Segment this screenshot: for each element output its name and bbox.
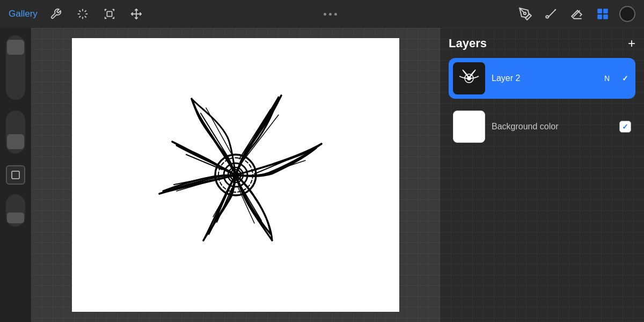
selection-rect-tool[interactable] <box>6 165 25 185</box>
top-toolbar: Gallery <box>0 0 644 28</box>
svg-rect-15 <box>603 14 608 19</box>
svg-rect-12 <box>597 9 602 13</box>
svg-line-20 <box>243 115 279 162</box>
layer-2-mode: N <box>604 74 610 83</box>
svg-rect-13 <box>603 9 608 13</box>
svg-rect-14 <box>597 14 602 19</box>
layer-row[interactable]: Layer 2 N ✓ <box>449 58 635 99</box>
transform-icon[interactable] <box>128 5 145 23</box>
canvas-area <box>31 28 440 322</box>
layers-header: Layers + <box>449 36 635 50</box>
eraser-tool-icon[interactable] <box>568 5 586 23</box>
svg-line-3 <box>85 16 86 18</box>
svg-point-38 <box>467 77 471 80</box>
layer-2-thumbnail <box>453 62 485 94</box>
magic-wand-icon[interactable] <box>74 5 91 23</box>
svg-line-19 <box>239 109 270 159</box>
main-content: Layers + Layer 2 N ✓ <box>0 28 644 322</box>
gallery-button[interactable]: Gallery <box>9 9 38 19</box>
layers-panel: Layers + Layer 2 N ✓ <box>440 28 644 322</box>
wrench-icon[interactable] <box>47 5 64 23</box>
background-visibility-toggle[interactable]: ✓ <box>619 121 631 133</box>
drawing-canvas <box>72 38 399 312</box>
svg-line-7 <box>85 11 86 12</box>
layers-title: Layers <box>449 36 487 50</box>
layers-panel-icon[interactable] <box>594 5 612 23</box>
svg-line-6 <box>79 16 80 18</box>
layer-2-name: Layer 2 <box>492 74 598 83</box>
add-layer-button[interactable]: + <box>628 37 635 50</box>
svg-point-11 <box>524 12 526 14</box>
selection-icon[interactable] <box>101 5 118 23</box>
background-color-name: Background color <box>492 122 613 131</box>
brush-size-slider[interactable] <box>6 35 25 100</box>
toolbar-center <box>324 13 337 16</box>
size-quick-slider[interactable] <box>6 194 25 226</box>
background-color-row[interactable]: Background color ✓ <box>449 106 635 147</box>
svg-rect-8 <box>107 11 112 16</box>
background-color-thumbnail <box>453 111 485 143</box>
opacity-slider[interactable] <box>6 111 25 153</box>
pen-tool-icon[interactable] <box>516 5 535 23</box>
svg-line-2 <box>79 11 80 12</box>
svg-rect-16 <box>12 171 19 179</box>
toolbar-right <box>516 5 635 23</box>
flower-artwork <box>112 52 359 298</box>
brush-tool-icon[interactable] <box>542 5 560 23</box>
toolbar-left: Gallery <box>9 5 145 23</box>
left-sidebar <box>0 28 31 322</box>
layer-2-visibility-toggle[interactable]: ✓ <box>619 72 631 84</box>
color-picker-circle[interactable] <box>619 6 635 22</box>
